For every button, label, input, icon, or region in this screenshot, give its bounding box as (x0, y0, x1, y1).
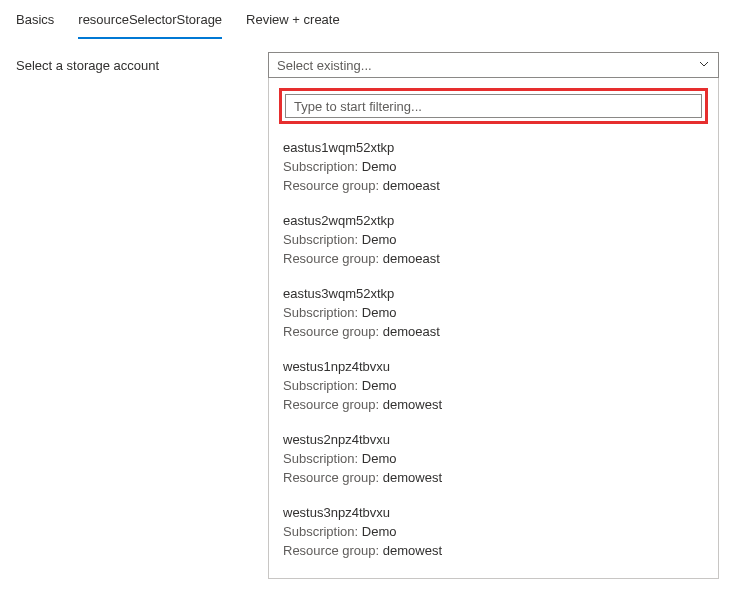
subscription-key: Subscription: (283, 232, 358, 247)
storage-account-row: Select a storage account Select existing… (0, 40, 735, 579)
subscription-key: Subscription: (283, 451, 358, 466)
storage-option[interactable]: westus2npz4tbvxuSubscription: DemoResour… (279, 426, 708, 499)
tab-bar: Basics resourceSelectorStorage Review + … (0, 0, 735, 40)
storage-option[interactable]: westus3npz4tbvxuSubscription: DemoResour… (279, 499, 708, 572)
storage-option[interactable]: westus1npz4tbvxuSubscription: DemoResour… (279, 353, 708, 426)
storage-select-dropdown[interactable]: Select existing... (268, 52, 719, 78)
storage-option[interactable]: eastus2wqm52xtkpSubscription: DemoResour… (279, 207, 708, 280)
option-resource-group: Resource group: demoeast (283, 178, 704, 193)
tab-review-create[interactable]: Review + create (246, 6, 340, 39)
chevron-down-icon (698, 58, 710, 73)
option-name: westus3npz4tbvxu (283, 505, 704, 520)
option-subscription: Subscription: Demo (283, 305, 704, 320)
dropdown-placeholder: Select existing... (277, 58, 372, 73)
resource-group-value: demoeast (383, 251, 440, 266)
subscription-value: Demo (362, 159, 397, 174)
resource-group-key: Resource group: (283, 470, 379, 485)
storage-account-field: Select existing... eastus1wqm52xtkpSubsc… (268, 52, 719, 579)
resource-group-key: Resource group: (283, 397, 379, 412)
resource-group-key: Resource group: (283, 324, 379, 339)
subscription-value: Demo (362, 451, 397, 466)
option-resource-group: Resource group: demoeast (283, 324, 704, 339)
subscription-key: Subscription: (283, 524, 358, 539)
resource-group-value: demowest (383, 397, 442, 412)
resource-group-value: demoeast (383, 178, 440, 193)
tab-resource-selector-storage[interactable]: resourceSelectorStorage (78, 6, 222, 39)
storage-option[interactable]: eastus1wqm52xtkpSubscription: DemoResour… (279, 134, 708, 207)
option-resource-group: Resource group: demoeast (283, 251, 704, 266)
resource-group-key: Resource group: (283, 543, 379, 558)
storage-option[interactable]: eastus3wqm52xtkpSubscription: DemoResour… (279, 280, 708, 353)
option-subscription: Subscription: Demo (283, 524, 704, 539)
subscription-key: Subscription: (283, 378, 358, 393)
option-subscription: Subscription: Demo (283, 159, 704, 174)
option-resource-group: Resource group: demowest (283, 397, 704, 412)
resource-group-value: demowest (383, 470, 442, 485)
tab-basics[interactable]: Basics (16, 6, 54, 39)
option-subscription: Subscription: Demo (283, 378, 704, 393)
option-resource-group: Resource group: demowest (283, 470, 704, 485)
storage-account-label: Select a storage account (16, 52, 268, 73)
option-subscription: Subscription: Demo (283, 451, 704, 466)
resource-group-key: Resource group: (283, 251, 379, 266)
resource-group-value: demoeast (383, 324, 440, 339)
option-name: westus1npz4tbvxu (283, 359, 704, 374)
subscription-value: Demo (362, 378, 397, 393)
option-resource-group: Resource group: demowest (283, 543, 704, 558)
subscription-value: Demo (362, 232, 397, 247)
subscription-value: Demo (362, 305, 397, 320)
option-name: eastus1wqm52xtkp (283, 140, 704, 155)
options-list: eastus1wqm52xtkpSubscription: DemoResour… (279, 134, 708, 572)
option-name: eastus2wqm52xtkp (283, 213, 704, 228)
option-name: westus2npz4tbvxu (283, 432, 704, 447)
option-subscription: Subscription: Demo (283, 232, 704, 247)
resource-group-value: demowest (383, 543, 442, 558)
subscription-value: Demo (362, 524, 397, 539)
resource-group-key: Resource group: (283, 178, 379, 193)
subscription-key: Subscription: (283, 305, 358, 320)
subscription-key: Subscription: (283, 159, 358, 174)
storage-dropdown-panel: eastus1wqm52xtkpSubscription: DemoResour… (268, 78, 719, 579)
filter-highlight-box (279, 88, 708, 124)
filter-input[interactable] (285, 94, 702, 118)
option-name: eastus3wqm52xtkp (283, 286, 704, 301)
